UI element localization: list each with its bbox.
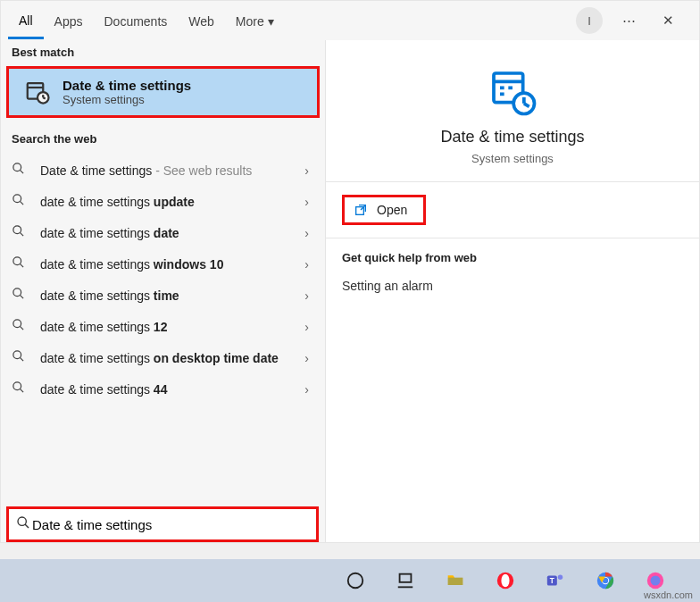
watermark: wsxdn.com	[644, 589, 693, 600]
search-input[interactable]	[32, 517, 309, 532]
tab-web[interactable]: Web	[178, 4, 225, 38]
results-column: Best match Date & time settings System s…	[1, 40, 325, 542]
svg-point-40	[558, 575, 563, 581]
close-icon[interactable]: ✕	[654, 7, 681, 34]
chevron-right-icon: ›	[304, 226, 314, 240]
search-icon	[12, 224, 28, 241]
svg-rect-34	[400, 574, 412, 582]
tab-more[interactable]: More▾	[225, 4, 285, 38]
web-result-text: date & time settings 44	[40, 382, 292, 397]
chevron-down-icon: ▾	[268, 14, 274, 29]
web-result-0[interactable]: Date & time settings - See web results›	[1, 155, 325, 186]
calendar-clock-icon	[326, 67, 699, 117]
svg-point-5	[13, 163, 21, 171]
teams-icon[interactable]: T	[543, 568, 568, 593]
svg-line-6	[20, 170, 23, 173]
web-result-4[interactable]: date & time settings time›	[1, 280, 325, 311]
best-match-title: Date & time settings	[62, 78, 191, 93]
search-icon	[12, 287, 28, 304]
taskbar: T	[0, 559, 700, 602]
detail-pane: Date & time settings System settings Ope…	[325, 40, 699, 542]
svg-point-15	[13, 320, 21, 328]
open-label: Open	[377, 203, 407, 217]
web-result-6[interactable]: date & time settings on desktop time dat…	[1, 342, 325, 373]
best-match-result[interactable]: Date & time settings System settings	[6, 66, 320, 118]
chevron-right-icon: ›	[304, 257, 314, 272]
more-icon[interactable]: ⋯	[615, 7, 642, 34]
chevron-right-icon: ›	[304, 288, 314, 303]
chevron-right-icon: ›	[304, 195, 314, 209]
chevron-right-icon: ›	[304, 382, 314, 397]
chevron-right-icon: ›	[304, 320, 314, 334]
search-icon	[12, 162, 28, 179]
tab-documents[interactable]: Documents	[93, 4, 178, 38]
help-item-0[interactable]: Setting an alarm	[326, 273, 699, 298]
best-match-label: Best match	[1, 40, 325, 64]
avatar[interactable]: I	[576, 7, 603, 34]
svg-line-8	[20, 201, 23, 205]
web-result-text: date & time settings on desktop time dat…	[40, 351, 292, 365]
detail-title: Date & time settings	[326, 128, 699, 146]
web-result-text: date & time settings windows 10	[40, 257, 292, 272]
web-result-1[interactable]: date & time settings update›	[1, 186, 325, 217]
web-result-text: Date & time settings - See web results	[40, 163, 292, 178]
svg-point-19	[13, 382, 21, 390]
file-explorer-icon[interactable]	[443, 568, 468, 593]
cortana-icon[interactable]	[343, 568, 368, 593]
svg-point-7	[13, 195, 21, 203]
search-icon	[12, 318, 28, 335]
svg-point-33	[348, 573, 363, 589]
web-results-list: Date & time settings - See web results›d…	[1, 151, 325, 408]
svg-point-17	[13, 351, 21, 359]
web-result-2[interactable]: date & time settings date›	[1, 217, 325, 248]
chevron-right-icon: ›	[304, 351, 314, 365]
web-result-text: date & time settings 12	[40, 320, 292, 334]
web-result-7[interactable]: date & time settings 44›	[1, 373, 325, 405]
detail-subtitle: System settings	[326, 152, 699, 165]
web-section-label: Search the web	[1, 120, 325, 151]
web-result-text: date & time settings update	[40, 195, 292, 209]
calendar-clock-icon	[23, 78, 52, 106]
svg-line-22	[25, 524, 29, 528]
open-button[interactable]: Open	[342, 195, 426, 225]
web-result-text: date & time settings time	[40, 288, 292, 303]
svg-point-37	[501, 574, 509, 588]
chrome-icon[interactable]	[593, 568, 618, 593]
search-icon	[16, 515, 32, 533]
svg-line-10	[20, 232, 23, 236]
svg-line-4	[43, 97, 46, 98]
svg-line-12	[20, 263, 23, 267]
svg-line-14	[20, 295, 23, 298]
tabs-bar: All Apps Documents Web More▾ I ⋯ ✕	[1, 1, 699, 40]
task-view-icon[interactable]	[393, 568, 418, 593]
svg-point-21	[18, 517, 26, 525]
svg-line-16	[20, 326, 23, 330]
svg-line-18	[20, 357, 23, 361]
svg-point-9	[13, 226, 21, 234]
search-box[interactable]	[6, 506, 319, 542]
svg-point-45	[651, 576, 661, 586]
chevron-right-icon: ›	[304, 163, 314, 178]
svg-point-11	[13, 257, 21, 265]
tab-all[interactable]: All	[8, 3, 44, 39]
svg-text:T: T	[550, 577, 554, 585]
search-icon	[12, 255, 28, 272]
opera-icon[interactable]	[493, 568, 518, 593]
search-icon	[12, 349, 28, 366]
web-result-text: date & time settings date	[40, 226, 292, 240]
help-label: Get quick help from web	[326, 238, 699, 273]
svg-point-13	[13, 288, 21, 297]
tab-apps[interactable]: Apps	[44, 4, 94, 38]
search-icon	[12, 193, 28, 210]
best-match-subtitle: System settings	[62, 93, 191, 106]
web-result-3[interactable]: date & time settings windows 10›	[1, 248, 325, 280]
svg-line-20	[20, 389, 23, 392]
search-icon	[12, 380, 28, 397]
web-result-5[interactable]: date & time settings 12›	[1, 311, 325, 342]
